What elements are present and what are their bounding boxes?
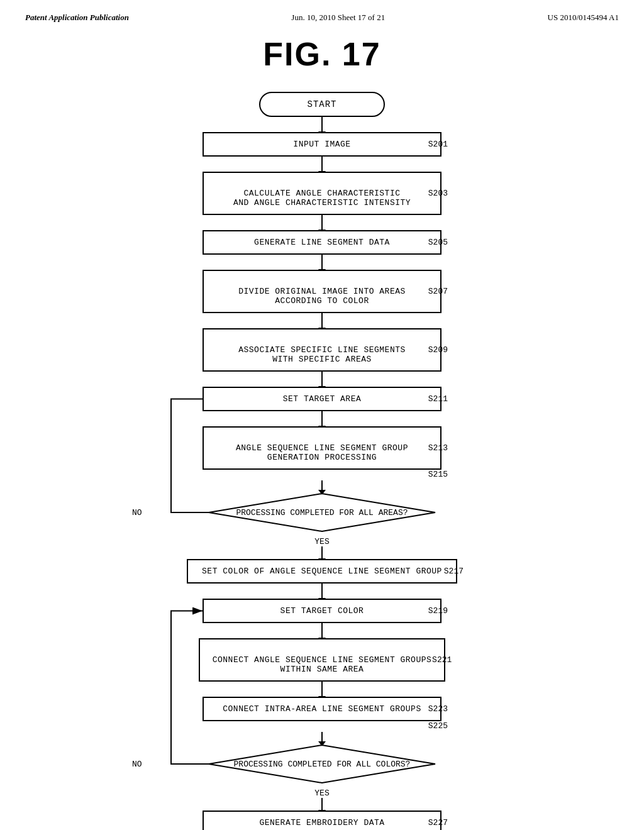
header-date-sheet: Jun. 10, 2010 Sheet 17 of 21: [291, 13, 385, 23]
s217-row: SET COLOR OF ANGLE SEQUENCE LINE SEGMENT…: [25, 559, 619, 584]
s217-label: SET COLOR OF ANGLE SEQUENCE LINE SEGMENT…: [202, 567, 442, 576]
s213-node: ANGLE SEQUENCE LINE SEGMENT GROUP GENERA…: [203, 426, 441, 470]
s209-step: S209: [428, 345, 448, 355]
s221-node: CONNECT ANGLE SEQUENCE LINE SEGMENT GROU…: [199, 638, 446, 682]
page-header: Patent Application Publication Jun. 10, …: [25, 13, 619, 23]
s207-node: DIVIDE ORIGINAL IMAGE INTO AREAS ACCORDI…: [203, 270, 441, 313]
s201-row: INPUT IMAGE S201: [25, 132, 619, 157]
s219-box-wrap: SET TARGET COLOR S219: [203, 599, 441, 623]
start-label: START: [307, 99, 336, 109]
header-publication: Patent Application Publication: [25, 13, 129, 23]
s209-box-wrap: ASSOCIATE SPECIFIC LINE SEGMENTS WITH SP…: [203, 328, 441, 372]
arrow-8: [321, 584, 323, 599]
arrow-7: [321, 411, 323, 426]
s225-step-row: S225: [190, 721, 454, 731]
s223-row: CONNECT INTRA-AREA LINE SEGMENT GROUPS S…: [25, 697, 619, 721]
arrow-6: [321, 372, 323, 387]
figure-title: FIG. 17: [25, 35, 619, 73]
s219-label: SET TARGET COLOR: [280, 606, 364, 616]
svg-text:PROCESSING COMPLETED FOR ALL C: PROCESSING COMPLETED FOR ALL COLORS?: [234, 760, 411, 769]
arrow-3: [321, 215, 323, 230]
s217-step: S217: [444, 567, 464, 576]
s215-yes-section: YES: [314, 534, 329, 559]
s203-node: CALCULATE ANGLE CHARACTERISTIC AND ANGLE…: [203, 172, 441, 215]
s225-no-label: NO: [132, 760, 142, 769]
s205-step: S205: [428, 238, 448, 247]
s213-label: ANGLE SEQUENCE LINE SEGMENT GROUP GENERA…: [236, 443, 408, 462]
s203-label: CALCULATE ANGLE CHARACTERISTIC AND ANGLE…: [233, 189, 411, 208]
s215-step-row: S215: [190, 470, 454, 479]
s217-node: SET COLOR OF ANGLE SEQUENCE LINE SEGMENT…: [187, 559, 457, 584]
s219-step: S219: [428, 606, 448, 616]
s211-step: S211: [428, 394, 448, 404]
s207-row: DIVIDE ORIGINAL IMAGE INTO AREAS ACCORDI…: [25, 270, 619, 313]
s201-box-wrap: INPUT IMAGE S201: [203, 132, 441, 157]
s227-step: S227: [428, 818, 448, 827]
s209-label: ASSOCIATE SPECIFIC LINE SEGMENTS WITH SP…: [238, 345, 406, 364]
s223-box-wrap: CONNECT INTRA-AREA LINE SEGMENT GROUPS S…: [203, 697, 441, 721]
arrow-4: [321, 255, 323, 270]
s205-row: GENERATE LINE SEGMENT DATA S205: [25, 230, 619, 255]
s205-node: GENERATE LINE SEGMENT DATA: [203, 230, 441, 255]
s223-node: CONNECT INTRA-AREA LINE SEGMENT GROUPS: [203, 697, 441, 721]
s201-step: S201: [428, 140, 448, 149]
s211-node: SET TARGET AREA: [203, 387, 441, 411]
s203-box-wrap: CALCULATE ANGLE CHARACTERISTIC AND ANGLE…: [203, 172, 441, 215]
page: Patent Application Publication Jun. 10, …: [0, 0, 644, 830]
s203-row: CALCULATE ANGLE CHARACTERISTIC AND ANGLE…: [25, 172, 619, 215]
arrow-s225-out: [321, 798, 323, 811]
s211-label: SET TARGET AREA: [283, 394, 362, 404]
arrow-s215-in: [321, 480, 323, 490]
s215-step-label: S215: [428, 470, 448, 479]
s213-row: ANGLE SEQUENCE LINE SEGMENT GROUP GENERA…: [25, 426, 619, 470]
start-row: START: [25, 92, 619, 117]
s211-row: SET TARGET AREA S211: [25, 387, 619, 411]
s227-node: GENERATE EMBROIDERY DATA: [203, 811, 441, 830]
s201-node: INPUT IMAGE: [203, 132, 441, 157]
s211-box-wrap: SET TARGET AREA S211: [203, 387, 441, 411]
s215-diamond-svg: PROCESSING COMPLETED FOR ALL AREAS?: [203, 490, 441, 534]
s215-area: S215 NO PROCESSING COMPLETED FOR ALL ARE…: [25, 470, 619, 559]
s221-row: CONNECT ANGLE SEQUENCE LINE SEGMENT GROU…: [25, 638, 619, 682]
s213-step: S213: [428, 443, 448, 453]
svg-text:PROCESSING COMPLETED FOR ALL A: PROCESSING COMPLETED FOR ALL AREAS?: [236, 508, 408, 517]
s215-no-label: NO: [132, 508, 142, 517]
s217-box-wrap: SET COLOR OF ANGLE SEQUENCE LINE SEGMENT…: [187, 559, 457, 584]
s223-label: CONNECT INTRA-AREA LINE SEGMENT GROUPS: [223, 704, 421, 714]
loop1-section: SET TARGET AREA S211 ANGLE SEQUENCE LINE…: [25, 372, 619, 559]
s221-label: CONNECT ANGLE SEQUENCE LINE SEGMENT GROU…: [213, 655, 432, 674]
arrow-10: [321, 682, 323, 697]
s205-box-wrap: GENERATE LINE SEGMENT DATA S205: [203, 230, 441, 255]
s227-row: GENERATE EMBROIDERY DATA S227: [25, 811, 619, 830]
arrow-2: [321, 157, 323, 172]
s219-node: SET TARGET COLOR: [203, 599, 441, 623]
start-box-wrap: START: [259, 92, 385, 117]
s215-yes-label: YES: [314, 537, 329, 546]
s227-box-wrap: GENERATE EMBROIDERY DATA S227: [203, 811, 441, 830]
arrow-s215-out: [321, 546, 323, 559]
s225-diamond-svg: PROCESSING COMPLETED FOR ALL COLORS?: [203, 742, 441, 786]
s213-box-wrap: ANGLE SEQUENCE LINE SEGMENT GROUP GENERA…: [203, 426, 441, 470]
s225-step-label: S225: [428, 721, 448, 731]
s219-row: SET TARGET COLOR S219: [25, 599, 619, 623]
s225-diamond-row: NO PROCESSING COMPLETED FOR ALL COLORS?: [25, 742, 619, 786]
s225-yes-label: YES: [314, 788, 329, 798]
arrow-1: [321, 117, 323, 132]
arrow-5: [321, 313, 323, 328]
arrow-9: [321, 623, 323, 638]
s221-step: S221: [432, 655, 452, 665]
s223-step: S223: [428, 704, 448, 714]
arrow-s225-in: [321, 732, 323, 742]
header-patent-number: US 2010/0145494 A1: [548, 13, 619, 23]
s201-label: INPUT IMAGE: [293, 140, 350, 149]
s225-area: S225 NO PROCESSING COMPLETED FOR ALL COL…: [25, 721, 619, 811]
s207-step: S207: [428, 287, 448, 296]
s207-label: DIVIDE ORIGINAL IMAGE INTO AREAS ACCORDI…: [238, 287, 406, 306]
s209-row: ASSOCIATE SPECIFIC LINE SEGMENTS WITH SP…: [25, 328, 619, 372]
start-node: START: [259, 92, 385, 117]
s225-yes-section: YES: [314, 786, 329, 811]
s209-node: ASSOCIATE SPECIFIC LINE SEGMENTS WITH SP…: [203, 328, 441, 372]
s207-box-wrap: DIVIDE ORIGINAL IMAGE INTO AREAS ACCORDI…: [203, 270, 441, 313]
s221-box-wrap: CONNECT ANGLE SEQUENCE LINE SEGMENT GROU…: [199, 638, 446, 682]
s205-label: GENERATE LINE SEGMENT DATA: [254, 238, 390, 247]
